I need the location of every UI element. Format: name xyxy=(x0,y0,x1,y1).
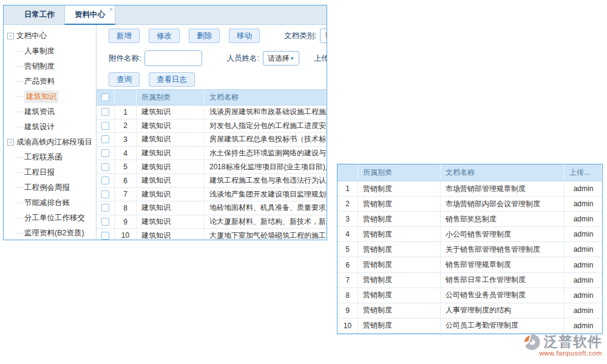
row-docname-cell[interactable]: 市场营销部内部会议管理制度 xyxy=(441,197,565,211)
table-row[interactable]: 3建筑知识房屋建筑工程总承包投标书（技术标）... xyxy=(97,133,327,147)
row-docname-cell[interactable]: 对发包人指定分包的工程施工进度安排... xyxy=(205,120,327,133)
row-checkbox[interactable] xyxy=(101,190,109,198)
tree-item-营销制度[interactable]: 营销制度 xyxy=(4,59,96,74)
tree-item-成渝高铁内江标段项目[interactable]: −成渝高铁内江标段项目 xyxy=(4,135,96,150)
table-row[interactable]: 6建筑知识建筑工程施工发包与承包违法行为认定... xyxy=(97,174,327,188)
row-category-cell: 营销制度 xyxy=(358,303,441,318)
row-docname-cell[interactable]: 建筑工程施工发包与承包违法行为认定... xyxy=(205,174,327,187)
tree-item-建筑知识[interactable]: 建筑知识 xyxy=(4,89,96,104)
table-row[interactable]: 4建筑知识水土保持生态环境监测网络的建设与资... xyxy=(97,147,327,161)
tree-item-监理资料(B2资质)[interactable]: 监理资料(B2资质) xyxy=(4,226,96,240)
document-list-pane: 新增 修改 删除 移动 文档类别: 请选择 ▼ 文档 附件名称: 人员姓名: xyxy=(97,25,327,240)
row-checkbox-cell xyxy=(97,133,115,146)
tree-connector xyxy=(17,66,23,67)
view-log-button[interactable]: 查看日志 xyxy=(149,72,195,87)
row-checkbox[interactable] xyxy=(101,135,109,143)
add-button[interactable]: 新增 xyxy=(109,29,140,43)
row-docname-cell[interactable]: 市场营销部管理规章制度 xyxy=(441,181,565,196)
table-row[interactable]: 4营销制度小公司销售管理制度admin xyxy=(337,227,602,242)
row-checkbox[interactable] xyxy=(101,218,109,226)
row-docname-cell[interactable]: 人事管理制度的结构 xyxy=(441,303,565,318)
row-checkbox[interactable] xyxy=(101,232,109,240)
row-docname-cell[interactable]: 小公司销售管理制度 xyxy=(441,227,565,241)
table-row[interactable]: 2建筑知识对发包人指定分包的工程施工进度安排... xyxy=(97,120,327,133)
row-docname-cell[interactable]: 销售部日常工作管理制度 xyxy=(441,273,565,288)
move-button[interactable]: 移动 xyxy=(229,29,260,43)
table-row[interactable]: 9建筑知识论大厦新材料、新结构、新技术，新工... xyxy=(97,215,327,229)
select-all-checkbox[interactable] xyxy=(101,93,109,101)
table-row[interactable]: 6营销制度销售部管理规章制度admin xyxy=(337,257,602,272)
row-checkbox[interactable] xyxy=(101,204,109,212)
row-uploader-cell: admin xyxy=(565,288,602,303)
tree-item-分工单位工作移交[interactable]: 分工单位工作移交 xyxy=(4,211,96,226)
row-number-cell: 8 xyxy=(115,201,137,215)
row-docname-cell[interactable]: 2018标准化监理项目部(业主项目部)人员... xyxy=(205,160,327,174)
table-row[interactable]: 8营销制度公司销售业务员管理制度admin xyxy=(337,288,602,303)
tree-item-产品资料[interactable]: 产品资料 xyxy=(4,74,96,89)
collapse-icon[interactable]: − xyxy=(7,33,14,39)
collapse-icon[interactable]: − xyxy=(7,139,14,146)
delete-button[interactable]: 删除 xyxy=(189,29,220,43)
person-name-select[interactable]: 请选择 ▼ xyxy=(263,51,299,66)
table-row[interactable]: 5建筑知识2018标准化监理项目部(业主项目部)人员... xyxy=(97,160,327,174)
row-docname-cell[interactable]: 公司销售业务员管理制度 xyxy=(441,288,565,303)
row-category-cell: 建筑知识 xyxy=(137,133,205,146)
row-number-cell: 7 xyxy=(337,273,358,288)
row-checkbox[interactable] xyxy=(101,108,109,116)
row-checkbox[interactable] xyxy=(101,163,109,171)
table-row[interactable]: 10营销制度公司员工考勤管理制度admin xyxy=(337,318,602,334)
row-uploader-cell: admin xyxy=(565,197,602,211)
row-number-cell: 1 xyxy=(115,106,137,119)
row-docname-cell[interactable]: 浅谈地产集团开发建设项目监理规划编... xyxy=(205,188,327,201)
table-row[interactable]: 3营销制度销售部奖惩制度admin xyxy=(337,212,602,227)
table-row[interactable]: 7营销制度销售部日常工作管理制度admin xyxy=(337,273,602,288)
tree-item-节能减排台账[interactable]: 节能减排台账 xyxy=(4,195,96,211)
row-docname-cell[interactable]: 水土保持生态环境监测网络的建设与资... xyxy=(205,147,327,160)
document-tree: −文档中心人事制度营销制度产品资料建筑知识建筑资讯建筑设计−成渝高铁内江标段项目… xyxy=(4,25,97,240)
tree-item-人事制度[interactable]: 人事制度 xyxy=(4,44,96,59)
edit-button[interactable]: 修改 xyxy=(149,29,180,43)
tree-item-工程联系函[interactable]: 工程联系函 xyxy=(4,150,96,165)
row-docname-cell[interactable]: 关于销售部管理销售管理制度 xyxy=(441,242,565,257)
doc-type-select[interactable]: 请选择 ▼ xyxy=(320,29,327,43)
tree-item-工程例会周报[interactable]: 工程例会周报 xyxy=(4,180,96,195)
row-docname-cell[interactable]: 地砖地面材料、机具准备、质量要求及... xyxy=(205,201,327,215)
row-category-cell: 建筑知识 xyxy=(137,147,205,160)
query-button[interactable]: 查询 xyxy=(109,72,140,87)
row-checkbox-cell xyxy=(97,120,115,133)
table-row[interactable]: 1建筑知识浅谈房屋建筑和市政基础设施工程施工... xyxy=(97,106,327,120)
tree-item-建筑设计[interactable]: 建筑设计 xyxy=(4,120,96,135)
row-checkbox[interactable] xyxy=(101,122,109,130)
tree-item-label: 文档中心 xyxy=(16,31,47,41)
row-docname-cell[interactable]: 销售部管理规章制度 xyxy=(441,257,565,272)
row-category-cell: 营销制度 xyxy=(358,197,441,211)
row-docname-cell[interactable]: 浅谈房屋建筑和市政基础设施工程施工... xyxy=(205,106,327,119)
table-header-row: 所属别类文档名称上传... xyxy=(337,164,602,181)
row-category-cell: 营销制度 xyxy=(358,273,441,288)
tree-item-建筑资讯[interactable]: 建筑资讯 xyxy=(4,104,96,120)
table-row[interactable]: 1营销制度市场营销部管理规章制度admin xyxy=(337,181,602,197)
row-docname-cell[interactable]: 销售部奖惩制度 xyxy=(441,212,565,226)
row-category-cell: 建筑知识 xyxy=(137,160,205,174)
row-uploader-cell: admin xyxy=(565,257,602,272)
row-docname-cell[interactable]: 房屋建筑工程总承包投标书（技术标）... xyxy=(205,133,327,146)
row-checkbox[interactable] xyxy=(101,177,109,184)
row-docname-cell[interactable]: 论大厦新材料、新结构、新技术，新工... xyxy=(205,215,327,229)
table-row[interactable]: 5营销制度关于销售部管理销售管理制度admin xyxy=(337,242,602,257)
row-docname-cell[interactable]: 大厦地下室加气砼墙砌筑工程的施工方... xyxy=(205,229,327,240)
tree-item-文档中心[interactable]: −文档中心 xyxy=(4,29,96,44)
table-row[interactable]: 9营销制度人事管理制度的结构admin xyxy=(337,303,602,318)
row-checkbox-cell xyxy=(97,174,115,187)
tab-data-center[interactable]: 资料中心 × xyxy=(64,5,115,25)
row-number-cell: 1 xyxy=(337,181,358,196)
table-row[interactable]: 7建筑知识浅谈地产集团开发建设项目监理规划编... xyxy=(97,188,327,202)
row-checkbox[interactable] xyxy=(101,149,109,157)
table-row[interactable]: 8建筑知识地砖地面材料、机具准备、质量要求及... xyxy=(97,201,327,215)
table-row[interactable]: 2营销制度市场营销部内部会议管理制度admin xyxy=(337,197,602,212)
attachment-name-input[interactable] xyxy=(144,50,202,66)
tree-item-工程日报[interactable]: 工程日报 xyxy=(4,165,96,180)
close-icon[interactable]: × xyxy=(109,7,113,13)
tab-daily-work[interactable]: 日常工作 xyxy=(15,5,64,24)
row-docname-cell[interactable]: 公司员工考勤管理制度 xyxy=(441,318,565,333)
table-row[interactable]: 10建筑知识大厦地下室加气砼墙砌筑工程的施工方... xyxy=(97,229,327,240)
